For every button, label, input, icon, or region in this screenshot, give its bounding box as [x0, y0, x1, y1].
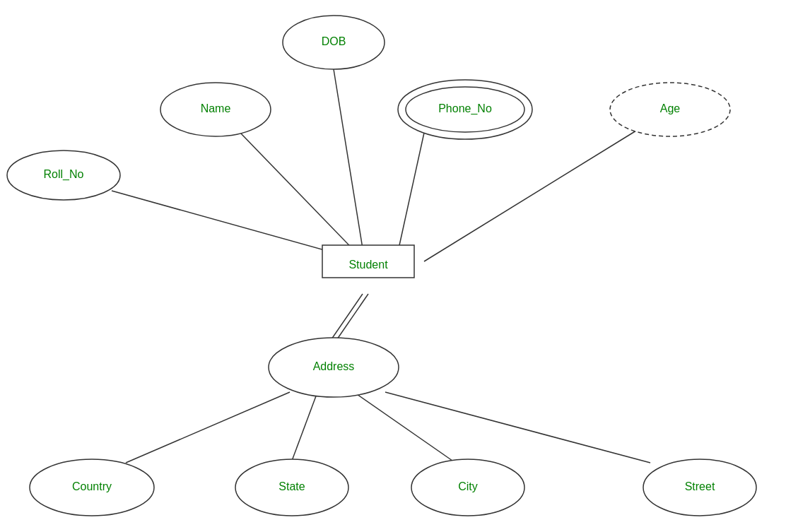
connector-address-state — [292, 394, 317, 461]
er-diagram: Student DOB Name Phone_No Age Roll_No Ad… — [0, 0, 786, 532]
connector-age-student — [424, 131, 636, 261]
connector-phoneno-student — [396, 133, 424, 261]
connector-name-student — [240, 133, 365, 261]
connector-dob-student — [334, 69, 365, 261]
student-label: Student — [348, 259, 388, 271]
connector-address-country — [126, 392, 290, 463]
street-label: Street — [685, 480, 715, 492]
connector-address-street — [385, 392, 650, 463]
address-label: Address — [313, 360, 355, 372]
connector-student-address-1 — [332, 294, 363, 339]
city-label: City — [458, 480, 478, 492]
connector-address-city — [357, 394, 452, 461]
state-label: State — [278, 480, 305, 492]
connector-student-address-2 — [337, 294, 368, 339]
age-label: Age — [660, 102, 681, 114]
dob-label: DOB — [322, 35, 346, 47]
country-label: Country — [72, 480, 112, 492]
phoneno-label: Phone_No — [438, 102, 492, 115]
rollno-label: Roll_No — [44, 168, 84, 181]
name-label: Name — [201, 102, 231, 114]
